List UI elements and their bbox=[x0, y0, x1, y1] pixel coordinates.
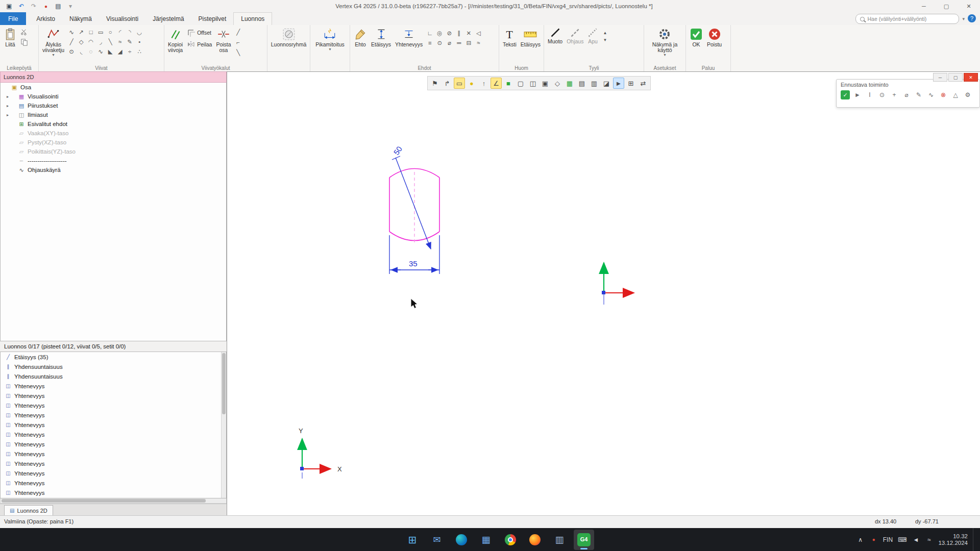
mail-icon[interactable]: ✉ bbox=[427, 530, 447, 550]
scrollbar-thumb[interactable] bbox=[222, 353, 226, 414]
pan-icon[interactable]: ⇄ bbox=[638, 78, 649, 89]
constraint-item[interactable]: ◫ Yhtenevyys bbox=[1, 488, 226, 497]
tree-item[interactable]: ▸ ▤ Piirustukset bbox=[1, 101, 226, 110]
cross-icon[interactable]: ✕ bbox=[464, 29, 473, 37]
menu-item[interactable]: Arkisto bbox=[29, 12, 62, 25]
redo-icon[interactable]: ↷ bbox=[29, 2, 39, 11]
mirror-button[interactable]: Peilaa bbox=[185, 39, 213, 49]
grid-icon[interactable]: ▦ bbox=[564, 78, 575, 89]
language-indicator[interactable]: FIN bbox=[883, 534, 893, 546]
notification-icon[interactable]: ● bbox=[870, 534, 878, 546]
sketch-drawing[interactable]: 50 35 bbox=[227, 72, 980, 515]
iso-view-icon[interactable]: ◇ bbox=[552, 78, 563, 89]
tree-item[interactable]: ▱ Vaaka(XY)-taso bbox=[1, 129, 226, 138]
diameter-icon[interactable]: ⌀ bbox=[902, 90, 911, 99]
tree-item[interactable]: ▱ Pysty(XZ)-taso bbox=[1, 138, 226, 147]
tray-expand-icon[interactable]: ∧ bbox=[856, 534, 865, 546]
arc-topleft-icon[interactable]: ◜ bbox=[115, 28, 125, 36]
constraint-item[interactable]: ◫ Yhtenevyys bbox=[1, 439, 226, 449]
tree-item[interactable]: ▱ Poikittais(YZ)-taso bbox=[1, 147, 226, 156]
doc-minimize-button[interactable]: ─ bbox=[933, 73, 947, 82]
style-down-icon[interactable]: ▼ bbox=[600, 37, 609, 43]
ruler-icon[interactable]: ▭ bbox=[454, 78, 465, 89]
help-button[interactable]: ? bbox=[968, 14, 976, 22]
tree-item[interactable]: ⊞ Esivalitut ehdot bbox=[1, 119, 226, 129]
constraint-item[interactable]: ◫ Yhtenevyys bbox=[1, 468, 226, 478]
split-window-icon[interactable]: ◫ bbox=[527, 78, 538, 89]
freehand-icon[interactable]: ✎ bbox=[125, 37, 134, 46]
equal-icon[interactable]: ═ bbox=[454, 38, 463, 47]
smooth-icon[interactable]: ≈ bbox=[474, 38, 483, 47]
diameter-icon[interactable]: ⌀ bbox=[445, 38, 454, 47]
ok-button[interactable]: OK bbox=[688, 27, 704, 48]
scrollbar-thumb[interactable] bbox=[2, 499, 206, 503]
constraint-item[interactable]: ◫ Yhtenevyys bbox=[1, 430, 226, 439]
constraint-item[interactable]: ◫ Yhtenevyys bbox=[1, 459, 226, 468]
exit-button[interactable]: Poistu bbox=[705, 27, 723, 48]
undo-icon[interactable]: ↶ bbox=[16, 2, 27, 11]
pointer-snap-icon[interactable]: ► bbox=[613, 78, 624, 89]
doc-maximize-button[interactable]: ▢ bbox=[948, 73, 963, 82]
perpendicular-icon[interactable]: ∟ bbox=[425, 29, 434, 37]
horizontal-icon[interactable]: ≡ bbox=[425, 38, 434, 47]
quick-dimension-button[interactable]: Pikamitoitus ▾ bbox=[314, 27, 346, 53]
chamfer-icon[interactable]: ◢ bbox=[115, 47, 125, 56]
tree-item[interactable]: ∿ Ohjauskäyrä bbox=[1, 165, 226, 174]
search-options-chevron-icon[interactable]: ▾ bbox=[959, 12, 968, 25]
constraint-item[interactable]: ◫ Yhtenevyys bbox=[1, 420, 226, 430]
expand-arrow-icon[interactable]: ▸ bbox=[7, 94, 9, 99]
close-button[interactable]: ✕ bbox=[958, 0, 980, 12]
erase-icon[interactable]: ◪ bbox=[601, 78, 612, 89]
point-grid-icon[interactable]: ∴ bbox=[135, 47, 144, 56]
window-icon[interactable]: ▢ bbox=[515, 78, 526, 89]
doc-close-button[interactable]: ✕ bbox=[964, 73, 978, 82]
aux-style-button[interactable]: Apu bbox=[586, 27, 599, 45]
coincidence-constraint-button[interactable]: Yhtenevyys bbox=[394, 27, 424, 48]
arc-bottomright-icon[interactable]: ◞ bbox=[96, 37, 105, 46]
arc-bottom-icon[interactable]: ◡ bbox=[135, 28, 144, 36]
arc-bottomleft-icon[interactable]: ◟ bbox=[77, 47, 86, 56]
layout-icon[interactable]: ▤ bbox=[53, 2, 63, 11]
paste-button[interactable]: Liitä bbox=[2, 27, 18, 48]
dimension-annotation-button[interactable]: Etäisyys bbox=[519, 27, 542, 48]
distance-constraint-button[interactable]: Etäisyys bbox=[370, 27, 393, 48]
collinear-icon[interactable]: ⊟ bbox=[464, 38, 473, 47]
search-input[interactable]: Hae (välilyönti+välilyönti) bbox=[855, 14, 959, 24]
mirror-icon[interactable]: △ bbox=[951, 90, 960, 99]
text-button[interactable]: T Teksti bbox=[501, 27, 518, 48]
constraint-item[interactable]: ◫ Yhtenevyys bbox=[1, 381, 226, 391]
divide-icon[interactable]: ÷ bbox=[125, 47, 134, 56]
grid-edit-icon[interactable]: ⊞ bbox=[625, 78, 636, 89]
snap-point-icon[interactable]: ● bbox=[466, 78, 477, 89]
drawing-canvas[interactable]: ─ ▢ ✕ ⚑ ↱ ▭ ● ↑ ∠ ■ bbox=[227, 71, 980, 515]
save-icon[interactable]: ▣ bbox=[4, 2, 14, 11]
shape-style-button[interactable]: Muoto bbox=[546, 27, 564, 45]
style-up-icon[interactable]: ▲ bbox=[600, 30, 609, 36]
tab-luonnos-2d[interactable]: ▤ Luonnos 2D bbox=[4, 505, 53, 515]
code-editor-icon[interactable]: ▥ bbox=[549, 530, 570, 550]
target-icon[interactable]: ⊙ bbox=[877, 90, 887, 99]
symmetry-icon[interactable]: ◁ bbox=[474, 29, 483, 37]
link-icon[interactable]: ∿ bbox=[926, 90, 936, 99]
arc-top-icon[interactable]: ◠ bbox=[86, 37, 95, 46]
select-lines-icon[interactable]: ↱ bbox=[442, 78, 453, 89]
expand-arrow-icon[interactable]: ▸ bbox=[7, 113, 9, 117]
smart-line-icon[interactable]: ∿ bbox=[67, 28, 76, 36]
constraint-item[interactable]: ◫ Yhtenevyys bbox=[1, 410, 226, 420]
spline-icon[interactable]: ≈ bbox=[115, 37, 125, 46]
pencil-icon[interactable]: ✎ bbox=[914, 90, 923, 99]
extend-icon[interactable]: ⌐ bbox=[234, 38, 243, 46]
minimize-button[interactable]: ─ bbox=[913, 0, 935, 12]
vertex-g4-icon[interactable]: G4 bbox=[574, 530, 594, 550]
show-desktop-button[interactable] bbox=[973, 528, 976, 551]
curve-icon[interactable]: ∿ bbox=[96, 47, 105, 56]
snap-angle-icon[interactable]: ∠ bbox=[491, 78, 502, 89]
constraint-item[interactable]: ∥ Yhdensuuntaisuus bbox=[1, 362, 226, 371]
menu-item[interactable]: Järjestelmä bbox=[145, 12, 191, 25]
ellipse-icon[interactable]: ◌ bbox=[86, 47, 95, 56]
smart-line-chain-button[interactable]: Älykäs viivaketju ▾ bbox=[41, 27, 66, 58]
line-diagonal-icon[interactable]: ╱ bbox=[67, 37, 76, 46]
layers-icon[interactable]: ▤ bbox=[576, 78, 587, 89]
snap-vertical-icon[interactable]: ↑ bbox=[478, 78, 489, 89]
rectangle-icon[interactable]: □ bbox=[86, 28, 95, 36]
